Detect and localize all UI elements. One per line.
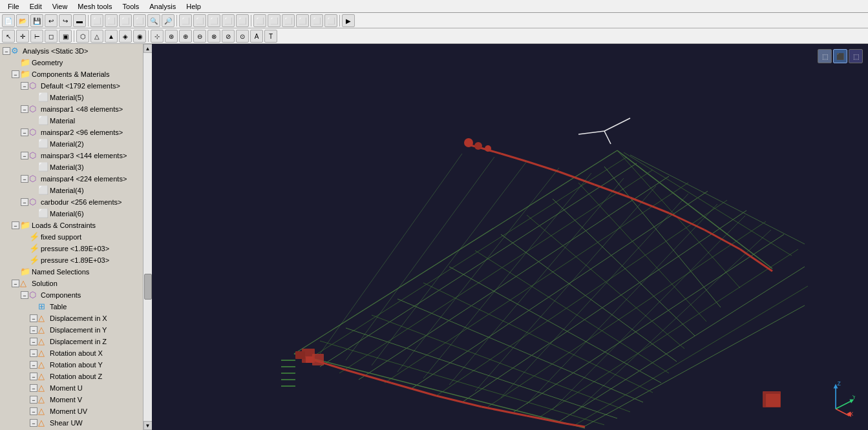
tree-item-material5[interactable]: ⬜Material(5) xyxy=(1,92,142,103)
tb2-12[interactable]: ⊹ xyxy=(151,30,164,43)
tb2-17[interactable]: ⊘ xyxy=(222,30,235,43)
tree-item-disp-y[interactable]: −△Displacement in Y xyxy=(1,324,142,336)
tree-item-pressure2[interactable]: ⚡pressure <1.89E+03> xyxy=(1,254,142,266)
tree-expand-material2[interactable] xyxy=(30,140,37,148)
vp-button-1[interactable]: ⬚ xyxy=(818,49,832,63)
tree-expand-comp-mat[interactable]: − xyxy=(12,70,19,78)
scroll-track[interactable] xyxy=(143,53,153,421)
vp-button-3[interactable]: ⬚ xyxy=(849,49,863,63)
tree-item-rot-z[interactable]: −△Rotation about Z xyxy=(1,371,142,382)
tree-expand-table[interactable] xyxy=(30,303,37,311)
tree-expand-mainspar1[interactable]: − xyxy=(21,105,28,113)
tree-container[interactable]: −⚙Analysis <Static 3D> 📁Geometry−📁Compon… xyxy=(0,44,143,430)
select-btn[interactable]: ↖ xyxy=(2,30,15,43)
menu-view[interactable]: View xyxy=(47,1,73,12)
tree-expand-default[interactable]: − xyxy=(21,82,28,90)
tb13[interactable]: ⬜ xyxy=(179,14,192,27)
tb12[interactable]: 🔎 xyxy=(162,14,175,27)
tree-item-mainspar1[interactable]: −⬡mainspar1 <48 elements> xyxy=(1,103,142,115)
tree-item-default[interactable]: −⬡Default <1792 elements> xyxy=(1,80,142,92)
tree-item-analysis[interactable]: −⚙Analysis <Static 3D> xyxy=(1,45,142,57)
tree-expand-moment-uv[interactable]: − xyxy=(30,407,37,415)
tree-item-shear-uw[interactable]: −△Shear UW xyxy=(1,417,142,429)
tree-item-moment-v[interactable]: −△Moment V xyxy=(1,394,142,405)
redo-button[interactable]: ↪ xyxy=(59,14,72,27)
tree-expand-named-sel[interactable] xyxy=(12,268,19,276)
tb2-18[interactable]: ⊙ xyxy=(236,30,249,43)
tree-expand-carbodur[interactable]: − xyxy=(21,198,28,206)
tree-item-table[interactable]: ⊞Table xyxy=(1,301,142,312)
tree-expand-material-m1[interactable] xyxy=(30,117,37,125)
tree-item-components[interactable]: −⬡Components xyxy=(1,289,142,301)
tree-item-solution[interactable]: −△Solution xyxy=(1,278,142,289)
tree-item-material-m1[interactable]: ⬜Material xyxy=(1,115,142,127)
tree-item-disp-z[interactable]: −△Displacement in Z xyxy=(1,336,142,347)
tree-expand-disp-z[interactable]: − xyxy=(30,338,37,345)
edge-select-btn[interactable]: ⊢ xyxy=(30,30,43,43)
tb6[interactable]: ▬ xyxy=(73,14,86,27)
tb2-9[interactable]: ◈ xyxy=(119,30,132,43)
viewport[interactable]: ⬚ ⬛ ⬚ Z X Y xyxy=(152,44,868,430)
tree-expand-pressure2[interactable] xyxy=(21,256,28,264)
tree-expand-disp-x[interactable]: − xyxy=(30,314,37,322)
scroll-down-arrow[interactable]: ▼ xyxy=(143,421,153,430)
tb2-16[interactable]: ⊗ xyxy=(207,30,220,43)
tree-expand-material5[interactable] xyxy=(30,94,37,101)
tree-expand-disp-y[interactable]: − xyxy=(30,326,37,334)
tb14[interactable]: ⬜ xyxy=(193,14,206,27)
node-select-btn[interactable]: ✛ xyxy=(16,30,29,43)
tb2-7[interactable]: △ xyxy=(90,30,103,43)
tree-item-material2[interactable]: ⬜Material(2) xyxy=(1,138,142,150)
tb2-20[interactable]: T xyxy=(264,30,277,43)
tb22[interactable]: ⬜ xyxy=(310,14,323,27)
tree-item-mainspar2[interactable]: −⬡mainspar2 <96 elements> xyxy=(1,127,142,138)
tb-more[interactable]: ▶ xyxy=(342,14,355,27)
tree-item-rot-x[interactable]: −△Rotation about X xyxy=(1,347,142,359)
tb9[interactable]: ⬜ xyxy=(119,14,132,27)
tb21[interactable]: ⬜ xyxy=(296,14,309,27)
tree-item-comp-mat[interactable]: −📁Components & Materials xyxy=(1,68,142,80)
tree-expand-analysis[interactable]: − xyxy=(3,47,10,55)
tb10[interactable]: ⬜ xyxy=(133,14,146,27)
tree-expand-geometry[interactable] xyxy=(12,59,19,67)
tb2-14[interactable]: ⊕ xyxy=(179,30,192,43)
vp-button-2[interactable]: ⬛ xyxy=(833,49,847,63)
tb2-13[interactable]: ⊛ xyxy=(165,30,178,43)
tree-expand-solution[interactable]: − xyxy=(12,280,19,287)
tb8[interactable]: ⬜ xyxy=(105,14,118,27)
tree-expand-mainspar4[interactable]: − xyxy=(21,175,28,183)
tree-expand-moment-v[interactable]: − xyxy=(30,396,37,404)
tree-item-material6[interactable]: ⬜Material(6) xyxy=(1,208,142,220)
tree-item-fixed[interactable]: ⚡fixed support xyxy=(1,231,142,243)
new-button[interactable]: 📄 xyxy=(2,14,15,27)
tree-item-material4[interactable]: ⬜Material(4) xyxy=(1,185,142,196)
tree-item-geometry[interactable]: 📁Geometry xyxy=(1,57,142,68)
tb17[interactable]: ⬜ xyxy=(236,14,249,27)
tb2-15[interactable]: ⊖ xyxy=(193,30,206,43)
menu-help[interactable]: Help xyxy=(181,1,206,12)
tb18[interactable]: ⬜ xyxy=(253,14,266,27)
tree-expand-mainspar2[interactable]: − xyxy=(21,128,28,136)
tree-expand-moment-u[interactable]: − xyxy=(30,384,37,392)
tree-item-material3[interactable]: ⬜Material(3) xyxy=(1,161,142,173)
tree-expand-material6[interactable] xyxy=(30,210,37,218)
save-button[interactable]: 💾 xyxy=(30,14,43,27)
tb23[interactable]: ⬜ xyxy=(324,14,337,27)
tb16[interactable]: ⬜ xyxy=(222,14,235,27)
tb2-6[interactable]: ⬡ xyxy=(76,30,89,43)
scroll-thumb[interactable] xyxy=(144,274,152,300)
tree-expand-mainspar3[interactable]: − xyxy=(21,152,28,159)
tree-expand-fixed[interactable] xyxy=(21,233,28,241)
tree-expand-material4[interactable] xyxy=(30,187,37,194)
menu-tools[interactable]: Tools xyxy=(118,1,145,12)
body-select-btn[interactable]: ▣ xyxy=(59,30,72,43)
tb2-19[interactable]: A xyxy=(250,30,263,43)
tree-expand-rot-y[interactable]: − xyxy=(30,361,37,369)
menu-analysis[interactable]: Analysis xyxy=(144,1,181,12)
tree-item-carbodur[interactable]: −⬡carbodur <256 elements> xyxy=(1,196,142,208)
tree-expand-rot-x[interactable]: − xyxy=(30,349,37,357)
tb20[interactable]: ⬜ xyxy=(282,14,295,27)
tb11[interactable]: 🔍 xyxy=(147,14,160,27)
tree-expand-loads[interactable]: − xyxy=(12,221,19,229)
tb2-10[interactable]: ◉ xyxy=(133,30,146,43)
